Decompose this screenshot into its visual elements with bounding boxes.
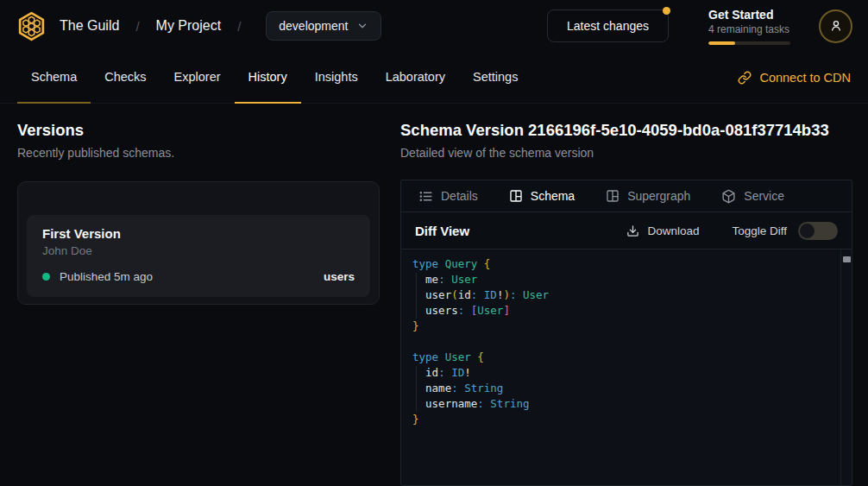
tab-schema[interactable]: Schema (17, 52, 91, 104)
user-avatar[interactable] (819, 9, 852, 43)
target-nav-tabs: Schema Checks Explorer History Insights … (0, 52, 868, 104)
indent-guide (416, 366, 417, 412)
get-started-progress-bar (708, 41, 790, 45)
get-started-widget[interactable]: Get Started 4 remaining tasks (708, 8, 795, 45)
detail-tab-details[interactable]: Details (418, 189, 478, 204)
list-icon (418, 189, 433, 204)
toggle-diff-label: Toggle Diff (732, 224, 787, 237)
published-status-dot (42, 273, 50, 281)
version-name: First Version (42, 226, 355, 241)
download-button[interactable]: Download (626, 224, 699, 237)
tab-settings[interactable]: Settings (459, 52, 531, 104)
versions-list-card: First Version John Doe Published 5m ago … (17, 181, 380, 305)
schema-sdl-code[interactable]: type Query { me: User user(id: ID!): Use… (401, 249, 852, 485)
download-icon (626, 224, 639, 237)
detail-tab-service[interactable]: Service (721, 189, 784, 204)
version-list-item[interactable]: First Version John Doe Published 5m ago … (27, 215, 370, 297)
breadcrumb-separator: / (135, 19, 139, 34)
get-started-title: Get Started (708, 8, 795, 22)
environment-dropdown-value: development (279, 19, 348, 33)
diff-view-title: Diff View (415, 224, 469, 238)
versions-subtitle: Recently published schemas. (17, 146, 380, 160)
environment-dropdown[interactable]: development (266, 11, 381, 41)
breadcrumb-separator: / (237, 19, 241, 34)
get-started-subtitle: 4 remaining tasks (708, 23, 795, 35)
progress-fill (708, 41, 735, 45)
breadcrumb-project[interactable]: My Project (156, 18, 222, 34)
version-status: Published 5m ago (60, 270, 153, 283)
code-lines: type Query { me: User user(id: ID!): Use… (412, 256, 829, 427)
columns-icon (509, 189, 523, 203)
diff-view-header: Diff View Download Toggle Diff (401, 212, 852, 249)
chevron-down-icon (356, 20, 368, 32)
versions-panel: Versions Recently published schemas. Fir… (0, 104, 397, 486)
connect-to-cdn-label: Connect to CDN (759, 71, 851, 85)
tab-explorer[interactable]: Explorer (160, 52, 235, 104)
schema-version-title: Schema Version 2166196f-5e10-4059-bd0a-0… (400, 121, 852, 140)
schema-version-panel: Schema Version 2166196f-5e10-4059-bd0a-0… (397, 104, 868, 486)
tab-insights[interactable]: Insights (301, 52, 372, 104)
switch-knob (800, 224, 815, 238)
main-content: Versions Recently published schemas. Fir… (0, 104, 868, 486)
app-header: The Guild / My Project / development Lat… (0, 0, 868, 52)
latest-changes-label: Latest changes (567, 19, 649, 33)
schema-version-subtitle: Detailed view of the schema version (400, 146, 852, 160)
detail-tab-bar: Details Schema S (401, 180, 852, 212)
service-badge: users (324, 270, 355, 283)
versions-title: Versions (17, 121, 380, 140)
code-scrollbar[interactable] (840, 249, 852, 485)
detail-tab-label: Details (441, 189, 478, 203)
detail-tab-label: Schema (531, 189, 575, 203)
guild-logo-icon[interactable] (16, 10, 47, 42)
link-icon (738, 71, 752, 85)
schema-detail-card: Details Schema S (400, 180, 852, 486)
notification-dot (663, 7, 670, 15)
user-icon (828, 18, 844, 34)
breadcrumb-org[interactable]: The Guild (60, 18, 119, 34)
toggle-diff-switch[interactable] (798, 222, 838, 240)
breadcrumb: The Guild / My Project / (60, 18, 257, 34)
connect-to-cdn-link[interactable]: Connect to CDN (738, 52, 851, 103)
tab-history[interactable]: History (235, 52, 301, 104)
latest-changes-button[interactable]: Latest changes (547, 9, 669, 42)
detail-tab-supergraph[interactable]: Supergraph (606, 189, 690, 203)
scrollbar-thumb[interactable] (843, 256, 851, 262)
columns-icon (606, 189, 620, 203)
diff-view-actions: Download Toggle Diff (626, 222, 838, 240)
tab-laboratory[interactable]: Laboratory (372, 52, 459, 104)
cube-icon (721, 189, 736, 204)
version-meta-row: Published 5m ago users (42, 270, 355, 283)
download-label: Download (647, 224, 699, 237)
indent-guide (416, 273, 417, 319)
detail-tab-schema[interactable]: Schema (509, 189, 575, 203)
version-author: John Doe (42, 244, 355, 257)
tab-checks[interactable]: Checks (91, 52, 160, 104)
detail-tab-label: Service (744, 189, 784, 203)
detail-tab-label: Supergraph (627, 189, 690, 203)
